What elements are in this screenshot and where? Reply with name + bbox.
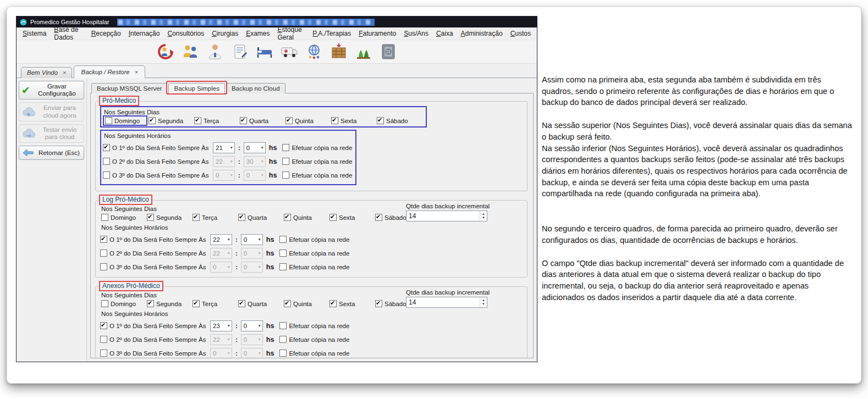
checkbox[interactable]	[193, 300, 200, 307]
backup-time-checkbox[interactable]: O 1º do Dia Será Feito Sempre Às	[100, 322, 207, 329]
checkbox[interactable]	[285, 117, 293, 124]
subtab-backup-mssql-server[interactable]: Backup MSSQL Server	[91, 83, 167, 93]
minute-select[interactable]: 0▼	[241, 320, 263, 331]
tab-backup-restore[interactable]: Backup / Restore ×	[74, 65, 145, 78]
day-sexta[interactable]: Sexta	[331, 117, 377, 124]
copy-network-checkbox[interactable]: Efetuar cópia na rede	[279, 336, 349, 343]
copy-network-checkbox[interactable]: Efetuar cópia na rede	[279, 250, 349, 257]
copy-network-checkbox[interactable]: Efetuar cópia na rede	[282, 171, 352, 179]
copy-network-checkbox[interactable]: Efetuar cópia na rede	[282, 158, 352, 165]
checkbox[interactable]	[284, 300, 291, 307]
incremental-input[interactable]: 14 ▲▼	[406, 210, 487, 221]
return-button[interactable]: Retornar (Esc)	[19, 146, 84, 160]
day-segunda[interactable]: Segunda	[147, 214, 193, 221]
tab-bem-vindo[interactable]: Bem Vindo ×	[21, 67, 72, 78]
menu-caixa[interactable]: Caixa	[432, 29, 457, 38]
doctor-icon[interactable]	[206, 42, 224, 61]
copy-network-checkbox[interactable]: Efetuar cópia na rede	[282, 144, 352, 151]
hour-select[interactable]: 22▼	[210, 234, 232, 245]
checkbox[interactable]	[282, 158, 289, 165]
menu-sistema[interactable]: Sistema	[19, 29, 50, 38]
spin-up-icon[interactable]: ▲	[482, 212, 485, 216]
backup-time-checkbox[interactable]: O 3º do Dia Será Feito Sempre Às	[100, 350, 207, 357]
spin-down-icon[interactable]: ▼	[482, 302, 485, 306]
checkbox[interactable]	[100, 236, 107, 243]
subtab-backup-simples[interactable]: Backup Simples	[168, 83, 224, 93]
day-terca[interactable]: Terça	[193, 300, 238, 307]
checkbox[interactable]	[238, 300, 245, 307]
day-segunda[interactable]: Segunda	[147, 300, 193, 307]
checkbox[interactable]	[279, 263, 287, 270]
checkbox[interactable]	[103, 171, 110, 179]
checkbox[interactable]	[193, 214, 200, 221]
checkbox[interactable]	[147, 214, 154, 221]
checkbox[interactable]	[101, 214, 108, 221]
day-sabado[interactable]: Sábado	[377, 117, 422, 124]
menu-pa-terapias[interactable]: P.A./Terapias	[309, 29, 355, 38]
checkbox[interactable]	[375, 300, 382, 307]
checkbox[interactable]	[279, 336, 287, 343]
minute-select[interactable]: 0▼	[244, 142, 266, 153]
menu-cirurgias[interactable]: Cirurgias	[208, 29, 242, 38]
spin-up-icon[interactable]: ▲	[482, 298, 485, 302]
checkbox[interactable]	[100, 322, 107, 329]
day-domingo[interactable]: Domingo	[103, 115, 147, 126]
hour-select[interactable]: 23▼	[210, 320, 232, 331]
tab-close-icon[interactable]: ×	[63, 69, 66, 76]
save-configuration-button[interactable]: ✔ Gravar Configuração	[19, 81, 84, 99]
checkbox[interactable]	[279, 322, 287, 329]
backup-time-checkbox[interactable]: O 1º do Dia Será Feito Sempre Às	[103, 144, 210, 151]
day-sexta[interactable]: Sexta	[329, 214, 375, 221]
tab-close-icon[interactable]: ×	[135, 69, 138, 75]
checkbox[interactable]	[284, 214, 291, 221]
day-terca[interactable]: Terça	[193, 214, 238, 221]
reception-icon[interactable]	[181, 42, 200, 61]
day-sexta[interactable]: Sexta	[329, 300, 375, 307]
checkbox[interactable]	[279, 236, 287, 243]
backup-time-checkbox[interactable]: O 3º do Dia Será Feito Sempre Às	[100, 263, 207, 270]
checkbox[interactable]	[149, 117, 156, 124]
prescription-icon[interactable]	[230, 42, 249, 61]
checkbox[interactable]	[100, 336, 107, 343]
day-quinta[interactable]: Quinta	[284, 214, 329, 221]
minute-select[interactable]: 0▼	[241, 234, 263, 245]
backup-time-checkbox[interactable]: O 1º do Dia Será Feito Sempre Às	[100, 236, 207, 243]
checkbox[interactable]	[329, 300, 337, 307]
checkbox[interactable]	[238, 214, 245, 221]
menu-consultorios[interactable]: Consultórios	[163, 29, 208, 38]
day-quarta[interactable]: Quarta	[238, 300, 284, 307]
checkbox[interactable]	[100, 250, 107, 257]
menu-internacao[interactable]: Internação	[125, 29, 164, 38]
checkbox[interactable]	[282, 171, 289, 179]
ambulance-icon[interactable]	[280, 42, 299, 61]
day-quinta[interactable]: Quinta	[285, 117, 331, 124]
copy-network-checkbox[interactable]: Efetuar cópia na rede	[279, 322, 349, 329]
day-segunda[interactable]: Segunda	[149, 117, 194, 124]
day-terca[interactable]: Terça	[194, 117, 240, 124]
stock-icon[interactable]	[329, 42, 348, 61]
web-icon[interactable]	[305, 42, 323, 61]
harvest-icon[interactable]	[354, 42, 373, 61]
backup-time-checkbox[interactable]: O 2º do Dia Será Feito Sempre Às	[103, 158, 210, 165]
safe-icon[interactable]	[379, 42, 398, 61]
checkbox[interactable]	[282, 144, 289, 151]
copy-network-checkbox[interactable]: Efetuar cópia na rede	[279, 236, 349, 243]
backup-time-checkbox[interactable]: O 2º do Dia Será Feito Sempre Às	[100, 250, 207, 257]
day-quarta[interactable]: Quarta	[240, 117, 285, 124]
checkbox[interactable]	[103, 144, 110, 151]
menu-sus-ans[interactable]: Sus/Ans	[400, 29, 432, 38]
checkbox[interactable]	[375, 214, 382, 221]
day-quarta[interactable]: Quarta	[238, 214, 284, 221]
spin-down-icon[interactable]: ▼	[482, 216, 485, 220]
checkbox[interactable]	[147, 300, 154, 307]
checkbox[interactable]	[100, 350, 107, 357]
checkbox[interactable]	[194, 117, 201, 124]
checkbox[interactable]	[377, 117, 384, 124]
backup-time-checkbox[interactable]: O 3º do Dia Será Feito Sempre Às	[103, 171, 210, 179]
checkbox[interactable]	[329, 214, 337, 221]
day-domingo[interactable]: Domingo	[101, 214, 147, 221]
menu-exames[interactable]: Exames	[242, 29, 273, 38]
checkbox[interactable]	[331, 117, 338, 124]
backup-time-checkbox[interactable]: O 2º do Dia Será Feito Sempre Às	[100, 336, 207, 343]
day-quinta[interactable]: Quinta	[284, 300, 329, 307]
